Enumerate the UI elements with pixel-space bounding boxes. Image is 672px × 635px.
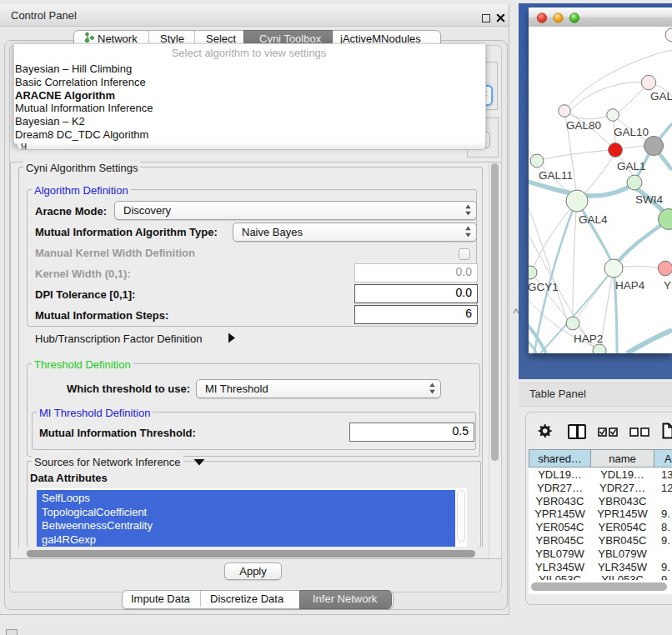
svg-text:HAP2: HAP2: [574, 332, 603, 345]
svg-text:GAL1: GAL1: [617, 160, 646, 172]
svg-text:HAP4: HAP4: [615, 279, 645, 292]
svg-text:YD: YD: [664, 279, 672, 292]
svg-text:GAL11: GAL11: [539, 169, 573, 182]
svg-text:SWI4: SWI4: [635, 193, 663, 206]
svg-text:GAL80: GAL80: [566, 119, 601, 132]
svg-text:GAL10: GAL10: [614, 126, 649, 138]
svg-text:GAL4: GAL4: [579, 213, 608, 226]
svg-text:GCY1: GCY1: [529, 281, 559, 293]
svg-text:GAL7: GAL7: [650, 90, 672, 102]
